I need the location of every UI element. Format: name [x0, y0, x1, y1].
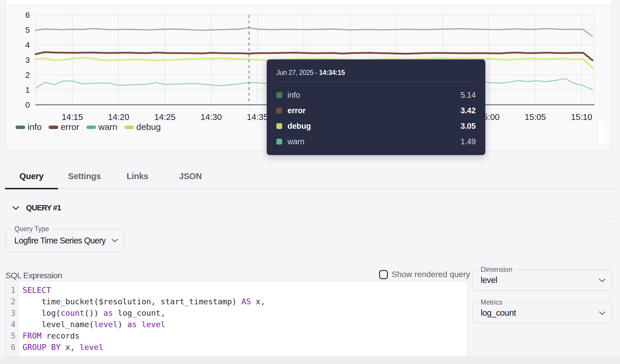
code-line: GROUP BY x, level	[23, 341, 467, 353]
legend-item-warn[interactable]: warn	[86, 123, 117, 132]
show-rendered-checkbox[interactable]	[379, 270, 388, 279]
show-rendered-label: Show rendered query	[392, 270, 470, 279]
sql-code-editor[interactable]: 123456 SELECT time_bucket($resolution, s…	[6, 281, 468, 357]
svg-text:6: 6	[25, 11, 30, 20]
legend-label: debug	[136, 123, 161, 132]
tab-links[interactable]: Links	[111, 164, 164, 188]
svg-text:5: 5	[25, 25, 30, 35]
legend-label: error	[61, 123, 79, 132]
tooltip-row-warn: warn1.49	[276, 134, 476, 150]
chevron-down-icon	[599, 278, 605, 284]
chart-tooltip: Jun 27, 2025 - 14:34:15 info5.14error3.4…	[267, 59, 485, 155]
query-1-header[interactable]: QUERY #1	[12, 203, 61, 212]
line-number: 6	[6, 341, 18, 353]
tooltip-timestamp: Jun 27, 2025 - 14:34:15	[276, 69, 476, 77]
tooltip-series-swatch	[276, 92, 282, 98]
tab-query[interactable]: Query	[5, 164, 58, 188]
query-type-value: Logfire Time Series Query	[14, 229, 106, 252]
legend-swatch	[124, 126, 134, 129]
tooltip-series-value: 3.05	[460, 122, 476, 131]
tooltip-series-swatch	[276, 139, 282, 145]
show-rendered-query-toggle[interactable]: Show rendered query	[379, 270, 470, 279]
legend-swatch	[86, 126, 96, 129]
line-number: 5	[6, 330, 18, 341]
svg-text:14:30: 14:30	[201, 112, 222, 122]
code-line: time_bucket($resolution, start_timestamp…	[23, 296, 467, 307]
code-line: log(count()) as log_count,	[23, 307, 467, 319]
line-number: 4	[6, 319, 18, 330]
metrics-value: log_count	[481, 303, 516, 323]
svg-text:1: 1	[25, 85, 30, 95]
tooltip-separator	[276, 82, 476, 82]
chart-legend: infoerrorwarndebug	[16, 123, 168, 131]
tooltip-series-value: 5.14	[460, 91, 476, 100]
tooltip-row-info: info5.14	[276, 87, 476, 103]
svg-text:2: 2	[25, 71, 30, 80]
editor-code[interactable]: SELECT time_bucket($resolution, start_ti…	[23, 281, 467, 353]
tooltip-series-name: warn	[287, 137, 460, 146]
svg-text:15:05: 15:05	[525, 112, 546, 122]
query-1-title: QUERY #1	[26, 203, 61, 212]
tooltip-series-swatch	[276, 123, 282, 129]
legend-item-debug[interactable]: debug	[124, 123, 161, 132]
tooltip-row-debug: debug3.05	[276, 119, 476, 134]
code-line: FROM records	[23, 330, 467, 341]
legend-label: info	[28, 123, 42, 132]
tooltip-series-name: error	[287, 106, 460, 115]
sql-expression-label: SQL Expression	[6, 271, 62, 280]
divider	[5, 219, 615, 219]
editor-line-numbers: 123456	[6, 281, 19, 356]
tooltip-series-value: 1.49	[460, 137, 476, 146]
dimension-value: level	[481, 270, 497, 290]
legend-item-info[interactable]: info	[16, 123, 42, 132]
tab-settings[interactable]: Settings	[58, 164, 111, 188]
svg-text:14:20: 14:20	[108, 112, 129, 122]
chevron-down-icon	[599, 311, 605, 316]
panel-tabs: QuerySettingsLinksJSON	[5, 164, 615, 189]
tooltip-series-name: info	[287, 91, 460, 100]
svg-text:0: 0	[25, 100, 30, 109]
svg-text:15:10: 15:10	[571, 112, 592, 122]
scrollbar-thumb[interactable]	[599, 121, 605, 144]
dimension-select[interactable]: Dimension level	[472, 270, 612, 291]
svg-text:14:25: 14:25	[154, 112, 176, 122]
svg-text:3: 3	[25, 56, 30, 65]
svg-text:14:35: 14:35	[247, 112, 268, 122]
legend-item-error[interactable]: error	[49, 123, 79, 132]
tooltip-series-swatch	[276, 108, 282, 114]
tooltip-series-name: debug	[287, 122, 460, 131]
query-type-select[interactable]: Query Type Logfire Time Series Query	[6, 229, 124, 252]
svg-text:4: 4	[25, 40, 30, 49]
line-number: 2	[6, 296, 18, 307]
legend-label: warn	[98, 123, 117, 132]
code-line: level_name(level) as level	[23, 319, 467, 330]
legend-swatch	[49, 126, 58, 129]
code-line: SELECT	[23, 284, 467, 296]
chevron-down-icon	[12, 206, 19, 210]
page-background-strip	[0, 357, 620, 364]
tab-json[interactable]: JSON	[164, 164, 217, 188]
chevron-down-icon	[112, 238, 118, 244]
tooltip-series-value: 3.42	[460, 106, 476, 115]
line-number: 1	[6, 284, 18, 296]
svg-text:14:15: 14:15	[62, 112, 83, 122]
tooltip-row-error: error3.42	[276, 103, 476, 119]
legend-swatch	[16, 126, 25, 129]
metrics-select[interactable]: Metrics log_count	[472, 303, 612, 323]
line-number: 3	[6, 307, 18, 319]
